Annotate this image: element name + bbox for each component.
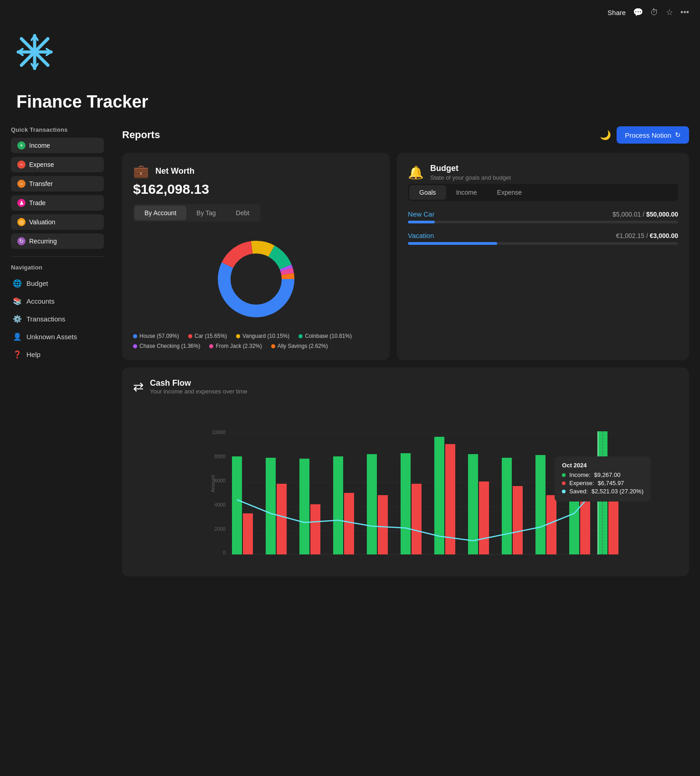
tab-by-tag[interactable]: By Tag	[186, 206, 226, 220]
goal-new-car-progress-bg	[408, 221, 678, 223]
trade-label: Trade	[29, 199, 46, 207]
budget-title: Budget	[430, 164, 511, 173]
svg-rect-33	[232, 456, 242, 554]
budget-tab-goals[interactable]: Goals	[409, 185, 446, 200]
budget-tab-expense[interactable]: Expense	[487, 185, 532, 200]
goal-new-car-progress-fill	[408, 221, 435, 223]
legend-car: Car (15.65%)	[188, 333, 227, 339]
goal-vacation-progress-fill	[408, 242, 497, 245]
svg-text:Amount: Amount	[210, 475, 216, 492]
cashflow-title-group: Cash Flow Your income and expenses over …	[150, 378, 247, 395]
more-icon-button[interactable]: •••	[680, 8, 689, 17]
sidebar-item-unknown-assets-label: Unknown Assets	[26, 333, 77, 341]
svg-text:May 2024: May 2024	[428, 558, 450, 559]
expense-icon: −	[17, 160, 26, 169]
process-notion-label: Process Notion	[625, 131, 671, 139]
budget-tab-income[interactable]: Income	[446, 185, 487, 200]
svg-rect-49	[502, 458, 512, 554]
budget-card: 🔔 Budget State of your goals and budget …	[397, 153, 689, 360]
star-icon-button[interactable]: ☆	[666, 7, 673, 17]
tooltip-income-label: Income:	[569, 471, 590, 478]
svg-rect-40	[344, 493, 354, 554]
share-button[interactable]: Share	[607, 9, 626, 16]
tab-by-account[interactable]: By Account	[134, 206, 186, 220]
income-icon: +	[17, 141, 26, 150]
svg-rect-34	[243, 513, 253, 554]
recurring-button[interactable]: ↻ Recurring	[11, 233, 104, 249]
legend-vanguard: Vanguard (10.15%)	[236, 333, 289, 339]
donut-chart-area: House (57.09%) Car (15.65%) Vanguard (10…	[133, 229, 379, 349]
legend-coinbase: Coinbase (10.81%)	[299, 333, 352, 339]
tooltip-expense-dot	[562, 481, 566, 485]
goal-vacation: Vacation €1,002.15 / €3,000.00	[408, 232, 678, 245]
reports-title: Reports	[122, 129, 160, 141]
timer-icon-button[interactable]: ⏱	[650, 8, 659, 17]
cashflow-card: ⇄ Cash Flow Your income and expenses ove…	[122, 367, 689, 576]
legend-label-fromjack: From Jack (2.32%)	[216, 343, 262, 349]
goal-new-car-amount: $5,000.01 / $50,000.00	[612, 211, 678, 218]
content-area: Reports 🌙 Process Notion ↻ 💼 Net Worth	[111, 126, 689, 587]
transfer-button[interactable]: ↔ Transfer	[11, 176, 104, 191]
trade-button[interactable]: ♟ Trade	[11, 195, 104, 211]
sidebar-item-accounts[interactable]: 📚 Accounts	[11, 293, 104, 309]
transfer-icon: ↔	[17, 180, 26, 188]
top-bar: Share 💬 ⏱ ☆ •••	[0, 0, 700, 25]
process-notion-button[interactable]: Process Notion ↻	[617, 126, 689, 144]
legend-label-chase: Chase Checking (1.36%)	[139, 343, 200, 349]
svg-text:6000: 6000	[215, 478, 226, 483]
legend-house: House (57.09%)	[133, 333, 179, 339]
budget-nav-icon: 🌐	[13, 279, 22, 288]
tooltip-saved-label: Saved:	[569, 488, 587, 495]
svg-rect-39	[333, 456, 343, 554]
svg-rect-44	[412, 484, 422, 554]
legend-dot-car	[188, 334, 192, 338]
tooltip-month: Oct 2024	[562, 462, 643, 469]
net-worth-header: 💼 Net Worth	[133, 164, 379, 179]
header-right: 🌙 Process Notion ↻	[600, 126, 689, 144]
tab-debt[interactable]: Debt	[226, 206, 260, 220]
top-bar-icons: Share 💬 ⏱ ☆ •••	[607, 7, 689, 17]
valuation-button[interactable]: ◎ Valuation	[11, 214, 104, 230]
comment-icon-button[interactable]: 💬	[633, 7, 643, 17]
cashflow-subtitle: Your income and expenses over time	[150, 388, 247, 395]
accounts-nav-icon: 📚	[13, 297, 22, 305]
moon-icon: 🌙	[600, 129, 611, 140]
goal-vacation-current: €1,002.15	[616, 232, 644, 239]
sidebar-item-help-label: Help	[26, 351, 41, 358]
goal-new-car-current: $5,000.01	[612, 211, 641, 218]
recurring-label: Recurring	[29, 238, 57, 245]
sidebar-item-unknown-assets[interactable]: 👤 Unknown Assets	[11, 329, 104, 345]
transfer-label: Transfer	[29, 180, 53, 187]
legend-chase: Chase Checking (1.36%)	[133, 343, 200, 349]
svg-rect-51	[535, 455, 546, 554]
sidebar-item-transactions[interactable]: ⚙️ Transactions	[11, 311, 104, 327]
legend-dot-ally	[271, 344, 275, 348]
valuation-icon: ◎	[17, 218, 26, 226]
goal-vacation-sep: /	[646, 232, 650, 239]
cashflow-header: ⇄ Cash Flow Your income and expenses ove…	[133, 378, 678, 395]
goal-new-car: New Car $5,000.01 / $50,000.00	[408, 210, 678, 223]
svg-text:Mar 2024: Mar 2024	[361, 558, 382, 559]
trade-icon: ♟	[17, 199, 26, 207]
budget-title-group: Budget State of your goals and budget	[430, 164, 511, 181]
expense-label: Expense	[29, 161, 54, 168]
net-worth-card: 💼 Net Worth $162,098.13 By Account By Ta…	[122, 153, 390, 360]
income-button[interactable]: + Income	[11, 138, 104, 153]
svg-rect-42	[378, 495, 388, 554]
unknown-assets-nav-icon: 👤	[13, 332, 22, 341]
legend-dot-chase	[133, 344, 137, 348]
sidebar-item-transactions-label: Transactions	[26, 315, 65, 323]
expense-button[interactable]: − Expense	[11, 157, 104, 172]
help-nav-icon: ❓	[13, 350, 22, 359]
quick-transactions-title: Quick Transactions	[11, 126, 104, 133]
sidebar-item-budget[interactable]: 🌐 Budget	[11, 275, 104, 291]
donut-legend: House (57.09%) Car (15.65%) Vanguard (10…	[133, 333, 379, 349]
goal-new-car-target: $50,000.00	[646, 211, 678, 218]
budget-tabs: Goals Income Expense	[408, 184, 678, 201]
income-label: Income	[29, 142, 50, 149]
legend-label-car: Car (15.65%)	[195, 333, 227, 339]
tooltip-saved-dot	[562, 490, 566, 493]
legend-ally: Ally Savings (2.62%)	[271, 343, 328, 349]
net-worth-title-group: Net Worth	[155, 166, 195, 176]
sidebar-item-help[interactable]: ❓ Help	[11, 347, 104, 362]
